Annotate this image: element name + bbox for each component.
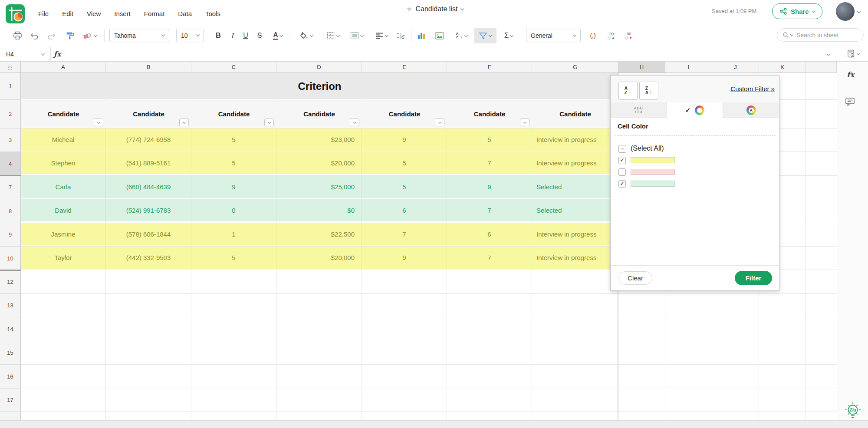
name-box[interactable]: H4	[0, 47, 51, 61]
formula-bar-collapse-chevron-icon[interactable]	[827, 52, 830, 56]
clear-format-button[interactable]	[81, 28, 99, 43]
cell-b10[interactable]: (442) 332-9503	[106, 247, 191, 269]
sort-chevron-icon[interactable]	[464, 33, 468, 36]
font-family-dropdown[interactable]: Tahoma	[109, 29, 169, 42]
format-painter-button[interactable]	[63, 28, 76, 43]
sort-descending-button[interactable]: Z A ↓	[639, 82, 658, 100]
menu-format[interactable]: Format	[144, 10, 165, 17]
print-button[interactable]	[10, 28, 24, 43]
column-header-c[interactable]: C	[191, 62, 276, 73]
app-logo[interactable]	[6, 4, 25, 23]
share-button[interactable]: Share	[772, 3, 822, 19]
row-header-13[interactable]: 13	[0, 294, 21, 317]
cell-e8[interactable]: 6	[362, 199, 447, 221]
cell-c10[interactable]: 5	[191, 247, 276, 269]
title-chevron-down-icon[interactable]	[460, 7, 464, 10]
apply-filter-button[interactable]: Filter	[735, 271, 772, 285]
row-header-3[interactable]: 3	[0, 128, 21, 152]
row-header-17[interactable]: 17	[0, 388, 21, 412]
horizontal-align-button[interactable]	[372, 28, 391, 43]
cell-f8[interactable]: 7	[447, 199, 532, 221]
column-header-g[interactable]: G	[532, 62, 618, 73]
document-title[interactable]: Candidate list	[415, 5, 457, 13]
cell-a7[interactable]: Carla	[21, 176, 106, 198]
cell-c9[interactable]: 1	[191, 223, 276, 245]
menu-edit[interactable]: Edit	[62, 10, 73, 17]
row-header-12[interactable]: 12	[0, 270, 21, 294]
borders-button[interactable]	[323, 28, 343, 43]
sum-chevron-icon[interactable]	[510, 33, 513, 36]
cell-e9[interactable]: 7	[362, 223, 447, 245]
sheet-search[interactable]: Search in sheet	[777, 28, 864, 42]
text-wrap-button[interactable]	[394, 28, 407, 43]
cell-c4[interactable]: 5	[191, 152, 276, 174]
column-header-j[interactable]: J	[712, 62, 759, 73]
column-filter-button-a[interactable]	[94, 119, 103, 126]
sort-ascending-button[interactable]: A Z ↓	[618, 82, 638, 100]
select-all-corner[interactable]	[0, 62, 21, 73]
column-header-h[interactable]: H	[618, 62, 665, 73]
sum-button[interactable]: Σ	[499, 28, 518, 43]
cell-d10[interactable]: $20,000	[276, 247, 362, 269]
bold-button[interactable]: B	[212, 28, 224, 43]
cell-a8[interactable]: David	[21, 199, 106, 221]
cell-c3[interactable]: 5	[191, 128, 276, 151]
header-cell-c[interactable]: Candidate	[191, 100, 276, 128]
cell-c8[interactable]: 0	[191, 199, 276, 221]
sidebar-comments-button[interactable]	[845, 97, 855, 108]
cell-e3[interactable]: 9	[362, 128, 447, 151]
tab-filter-by-cell-color[interactable]: ✓	[667, 102, 723, 118]
cell-c7[interactable]: 9	[191, 176, 276, 198]
column-filter-button-f[interactable]	[520, 119, 529, 126]
font-color-button[interactable]: A	[268, 28, 287, 43]
header-cell-g[interactable]: Candidate	[532, 100, 618, 128]
cell-g7[interactable]: Selected	[532, 176, 618, 198]
row-header-18-partial[interactable]	[0, 412, 21, 420]
align-chevron-icon[interactable]	[385, 33, 388, 36]
decrease-decimal-button[interactable]: .00	[621, 28, 635, 43]
borders-chevron-icon[interactable]	[336, 33, 340, 36]
insert-chart-button[interactable]	[415, 28, 428, 43]
column-filter-button-e[interactable]	[435, 119, 444, 126]
row-header-4[interactable]: 4	[0, 152, 21, 176]
italic-button[interactable]: I	[226, 28, 238, 43]
merge-cells-button[interactable]	[346, 28, 367, 43]
select-all-checkbox[interactable]: −	[618, 145, 626, 153]
pink-checkbox[interactable]	[618, 168, 626, 176]
redo-button[interactable]	[45, 28, 58, 43]
number-format-dropdown[interactable]: General	[526, 29, 581, 42]
cell-f10[interactable]: 7	[447, 247, 532, 269]
cell-a3[interactable]: Micheal	[21, 128, 106, 151]
column-header-k[interactable]: K	[759, 62, 806, 73]
cell-e10[interactable]: 9	[362, 247, 447, 269]
cell-a10[interactable]: Taylor	[21, 247, 106, 269]
green-checkbox[interactable]: ✓	[618, 180, 626, 188]
cell-g9[interactable]: Interview in progress	[532, 223, 618, 245]
column-filter-button-b[interactable]	[179, 119, 189, 126]
filter-button[interactable]	[474, 28, 496, 43]
cell-b9[interactable]: (578) 606-1844	[106, 223, 191, 245]
row-header-14[interactable]: 14	[0, 317, 21, 341]
cell-e4[interactable]: 5	[362, 152, 447, 174]
strikethrough-button[interactable]: S	[253, 28, 266, 43]
clear-button[interactable]: Clear	[618, 271, 652, 285]
row-header-1[interactable]: 1	[0, 73, 21, 100]
row-header-2[interactable]: 2	[0, 100, 21, 128]
menu-data[interactable]: Data	[178, 10, 192, 17]
cell-d9[interactable]: $22,500	[276, 223, 362, 245]
column-header-b[interactable]: B	[106, 62, 191, 73]
cell-d7[interactable]: $25,000	[276, 176, 362, 198]
font-color-chevron-icon[interactable]	[279, 33, 283, 36]
row-header-7[interactable]: 7	[0, 176, 21, 199]
row-header-16[interactable]: 16	[0, 365, 21, 388]
column-filter-button-c[interactable]	[264, 119, 274, 126]
column-header-i[interactable]: I	[665, 62, 712, 73]
menu-tools[interactable]: Tools	[205, 10, 220, 17]
row-header-9[interactable]: 9	[0, 223, 21, 247]
increase-decimal-button[interactable]: .00	[604, 28, 618, 43]
avatar-chevron-down-icon[interactable]	[857, 10, 861, 13]
cell-f7[interactable]: 9	[447, 176, 532, 198]
cell-f4[interactable]: 7	[447, 152, 532, 174]
menu-file[interactable]: File	[38, 10, 49, 17]
column-header-d[interactable]: D	[276, 62, 362, 73]
